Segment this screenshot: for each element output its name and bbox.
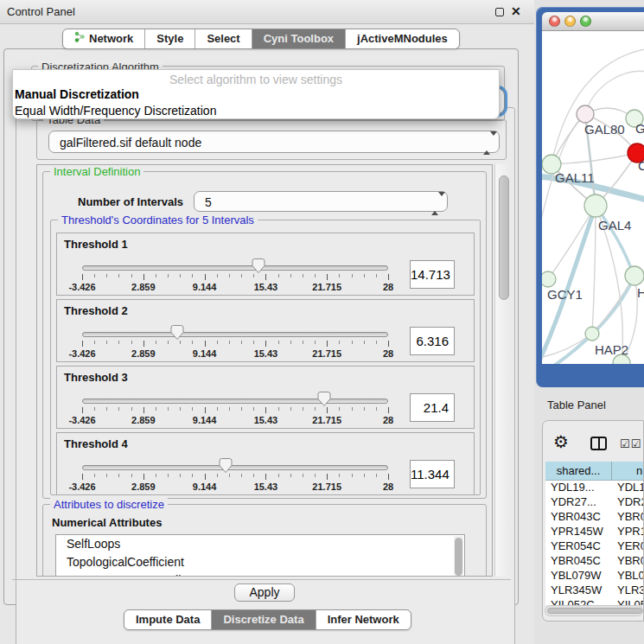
slider-thumb[interactable] bbox=[219, 457, 233, 474]
settings-scrollbar[interactable] bbox=[494, 164, 512, 577]
slider-ticks bbox=[82, 274, 388, 281]
threshold-value-field[interactable]: 14.713 bbox=[410, 260, 455, 289]
table-row[interactable]: YER054CYER05 bbox=[545, 539, 644, 554]
tab-label: jActiveMNodules bbox=[357, 29, 448, 48]
listbox-scrollbar[interactable] bbox=[454, 536, 463, 577]
threshold-label: Threshold 1 bbox=[64, 238, 128, 251]
gear-icon[interactable]: ⚙ bbox=[553, 433, 569, 450]
network-view-window[interactable]: GAL80GACGAL11GAL4GCY1HHAP2 bbox=[536, 7, 644, 387]
traffic-light-minimize[interactable] bbox=[564, 16, 576, 27]
apply-button[interactable]: Apply bbox=[234, 583, 295, 602]
float-window-button[interactable] bbox=[495, 8, 504, 16]
slider-track[interactable] bbox=[82, 465, 388, 470]
tab-cyni-toolbox[interactable]: Cyni Toolbox bbox=[252, 29, 346, 48]
table-row[interactable]: YDR27...YDR27 bbox=[545, 495, 644, 510]
interval-definition-group: Interval Definition Number of Intervals … bbox=[42, 171, 487, 499]
close-button[interactable]: ✕ bbox=[511, 4, 521, 18]
node-label: GAL80 bbox=[584, 122, 625, 137]
threshold-value-field[interactable]: 6.316 bbox=[410, 327, 455, 355]
cell-shared-name: YLR345W bbox=[545, 583, 612, 598]
slider-thumb[interactable] bbox=[252, 258, 265, 274]
table-row[interactable]: YBL079WYBL07 bbox=[545, 569, 644, 583]
tab-impute-data[interactable]: Impute Data bbox=[124, 610, 212, 629]
column-header[interactable]: n bbox=[612, 462, 644, 481]
cell-shared-name: YBL079W bbox=[545, 569, 612, 583]
number-of-intervals-value: 5 bbox=[205, 195, 212, 209]
number-of-intervals-spinner[interactable]: 5 bbox=[194, 191, 448, 212]
slider-tick-labels: -3.4262.8599.14415.4321.71528 bbox=[82, 282, 388, 292]
scrollbar-thumb[interactable] bbox=[547, 608, 642, 614]
slider-thumb[interactable] bbox=[317, 391, 331, 407]
slider-thumb[interactable] bbox=[170, 324, 184, 341]
algorithm-option[interactable]: Equal Width/Frequency Discretization bbox=[13, 103, 499, 119]
network-node[interactable] bbox=[577, 105, 594, 123]
node-label: GAL11 bbox=[555, 170, 595, 185]
select-columns-icon[interactable]: ☑☑ bbox=[620, 437, 641, 450]
list-item[interactable]: TopologicalCoefficient bbox=[56, 553, 464, 571]
control-panel-titlebar[interactable]: Control Panel ✕ bbox=[0, 0, 534, 24]
tab-style[interactable]: Style bbox=[145, 29, 195, 48]
tab-infer-network[interactable]: Infer Network bbox=[316, 610, 411, 629]
tab-label: Style bbox=[156, 29, 183, 48]
slider-track[interactable] bbox=[82, 399, 388, 404]
threshold-panel: Threshold 3-3.4262.8599.14415.4321.71528… bbox=[56, 366, 475, 429]
table-row[interactable]: YPR145WYPR14 bbox=[545, 525, 644, 539]
traffic-light-zoom[interactable] bbox=[580, 16, 591, 27]
table-row[interactable]: YBR045CYBR04 bbox=[545, 554, 644, 569]
network-edge bbox=[548, 206, 596, 279]
chevron-up-down-icon bbox=[483, 136, 491, 151]
list-item[interactable]: SelfLoops bbox=[56, 535, 464, 553]
algorithm-option[interactable]: Manual Discretization bbox=[13, 86, 499, 103]
cell-shared-name: YDR27... bbox=[545, 495, 612, 510]
slider-ticks bbox=[82, 474, 388, 481]
tab-network[interactable]: Network bbox=[63, 29, 145, 48]
table-data-combobox[interactable]: galFiltered.sif default node bbox=[48, 131, 500, 153]
cyni-bottom-tabs: Impute DataDiscretize DataInfer Network bbox=[124, 609, 411, 630]
separator bbox=[12, 579, 511, 580]
cell-name: YER05 bbox=[612, 539, 644, 554]
network-node[interactable] bbox=[625, 266, 644, 285]
network-node[interactable] bbox=[542, 271, 556, 287]
tab-discretize-data[interactable]: Discretize Data bbox=[212, 610, 316, 629]
attributes-listbox[interactable]: SelfLoopsTopologicalCoefficientBetweenne… bbox=[55, 534, 465, 577]
attributes-group: Attributes to discretize Numerical Attri… bbox=[42, 504, 487, 577]
table-row[interactable]: YLR345WYLR34 bbox=[545, 583, 644, 598]
table-row[interactable]: YDL19...YDL19 bbox=[545, 481, 644, 495]
table-row[interactable]: YBR043CYBR04 bbox=[545, 510, 644, 525]
slider-track[interactable] bbox=[82, 265, 388, 271]
list-item[interactable]: BetweennessCentrality bbox=[56, 571, 464, 577]
column-header[interactable]: shared... bbox=[545, 462, 612, 481]
tick-label: 28 bbox=[383, 348, 393, 359]
scrollbar-thumb[interactable] bbox=[455, 538, 462, 576]
node-label: GCY1 bbox=[547, 287, 583, 302]
table-row[interactable]: YIL052CYIL05 bbox=[545, 598, 644, 605]
cell-name: YPR14 bbox=[612, 525, 644, 539]
tab-label: Select bbox=[207, 29, 239, 48]
tick-label: 15.43 bbox=[254, 481, 278, 492]
horizontal-scrollbar[interactable] bbox=[545, 605, 643, 616]
network-canvas[interactable]: GAL80GACGAL11GAL4GCY1HHAP2 bbox=[542, 31, 644, 364]
tick-label: 2.859 bbox=[131, 282, 156, 292]
network-window-titlebar[interactable] bbox=[542, 12, 644, 31]
tab-select[interactable]: Select bbox=[195, 29, 252, 48]
scrollbar-thumb[interactable] bbox=[499, 175, 509, 300]
columns-icon[interactable] bbox=[590, 437, 607, 450]
tick-label: 21.715 bbox=[312, 348, 341, 359]
cell-name: YDR27 bbox=[612, 495, 644, 510]
table-header-row: shared...n bbox=[545, 462, 644, 481]
threshold-value-field[interactable]: 11.344 bbox=[410, 460, 455, 488]
tab-jactivemnodules[interactable]: jActiveMNodules bbox=[346, 29, 459, 48]
algorithm-placeholder: Select algorithm to view settings bbox=[13, 73, 499, 86]
thresholds-group-title: Threshold's Coordinates for 5 Intervals bbox=[58, 214, 258, 226]
network-node[interactable] bbox=[585, 327, 599, 341]
slider-track[interactable] bbox=[82, 332, 388, 337]
table-data-combobox-value: galFiltered.sif default node bbox=[60, 136, 201, 150]
traffic-light-close[interactable] bbox=[549, 16, 560, 27]
tick-label: 15.43 bbox=[254, 282, 278, 292]
network-edge bbox=[592, 206, 596, 334]
tick-label: 15.43 bbox=[254, 348, 278, 359]
cell-name: YBR04 bbox=[612, 510, 644, 525]
tab-label: Cyni Toolbox bbox=[264, 29, 334, 48]
threshold-value-field[interactable]: 21.4 bbox=[410, 393, 455, 422]
network-node[interactable] bbox=[584, 194, 607, 217]
